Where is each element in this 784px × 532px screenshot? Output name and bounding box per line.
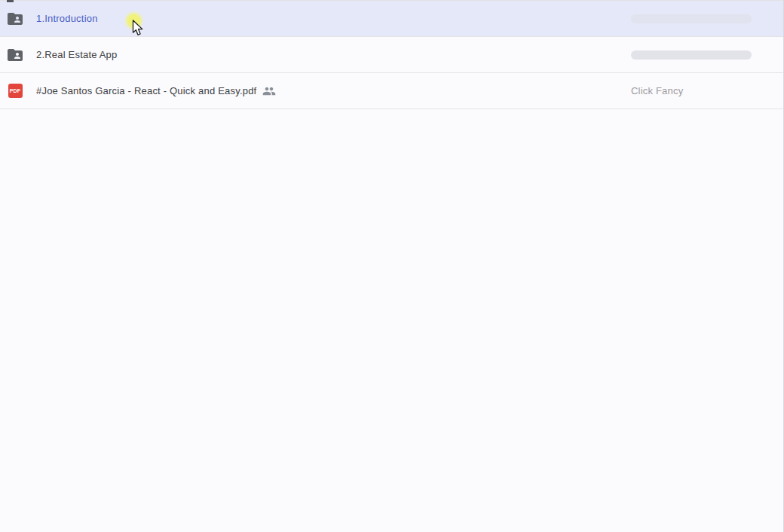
row-right-zone	[631, 50, 752, 60]
file-list: 1.Introduction 2.Real Estate App PDF #Jo…	[0, 0, 784, 109]
file-row-react-pdf[interactable]: PDF #Joe Santos Garcia - React - Quick a…	[0, 73, 784, 109]
people-icon	[262, 84, 276, 98]
loading-skeleton-bar	[631, 50, 752, 60]
file-name: 1.Introduction	[36, 13, 98, 24]
file-row-real-estate-folder[interactable]: 2.Real Estate App	[0, 37, 784, 73]
pdf-file-icon: PDF	[6, 82, 24, 100]
pdf-badge: PDF	[8, 84, 23, 98]
file-row-introduction-folder[interactable]: 1.Introduction	[0, 1, 784, 37]
file-name: #Joe Santos Garcia - React - Quick and E…	[36, 85, 256, 96]
file-name: 2.Real Estate App	[36, 49, 117, 60]
cropped-icon-fragment	[7, 0, 14, 2]
row-right-zone	[631, 14, 752, 23]
click-fancy-label: Click Fancy	[631, 85, 683, 96]
shared-folder-icon	[6, 46, 24, 64]
row-right-zone: Click Fancy	[631, 85, 752, 96]
shared-folder-icon	[6, 10, 24, 28]
loading-skeleton-bar	[631, 14, 752, 23]
